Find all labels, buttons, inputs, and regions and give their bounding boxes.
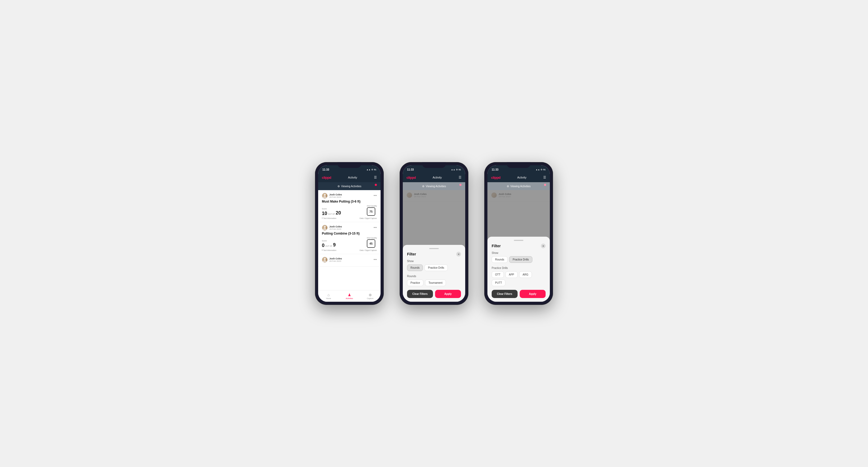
activity-title-1: Must Make Putting (3-6 ft) [322, 200, 377, 204]
avatar-img-3 [322, 257, 328, 262]
nav-title-3: Activity [517, 176, 527, 179]
battery-icon: 51 [374, 168, 376, 171]
status-time-1: 11:33 [322, 168, 329, 171]
score-block-1: Score 10 OUT OF 20 [322, 208, 364, 216]
putt-btn-3[interactable]: PUTT [492, 280, 505, 286]
red-dot-3 [544, 184, 546, 186]
modal-overlay-2: Filter ✕ Show Rounds Practice Drills Rou… [403, 190, 465, 302]
nav-header-2: clippd Activity ☰ [403, 173, 465, 182]
show-label-3: Show [492, 251, 546, 254]
svg-point-0 [324, 194, 326, 196]
home-label-1: Home [326, 298, 331, 299]
rounds-tab-2[interactable]: Rounds [407, 264, 423, 271]
show-buttons-3: Rounds Practice Drills [492, 256, 546, 263]
rounds-tab-3[interactable]: Rounds [492, 256, 507, 263]
stats-row-2: Score 0 OUT OF 9 Shot Quality 45 [322, 237, 377, 248]
viewing-label-1: Viewing Activities [341, 185, 362, 188]
battery-icon-2: 51 [459, 168, 461, 171]
data-info-2: ℹ Test Information Data: Clippd Capture [322, 249, 377, 251]
home-icon-1: ⌂ [328, 293, 330, 297]
user-info-3: Josh Coles 28 Feb 2023 [322, 257, 342, 262]
nav-header-3: clippd Activity ☰ [488, 173, 550, 182]
nav-home-1[interactable]: ⌂ Home [318, 290, 339, 302]
nav-title-1: Activity [348, 176, 357, 179]
shot-quality-label-2: Shot Quality [367, 237, 377, 239]
apply-btn-3[interactable]: Apply [520, 290, 546, 298]
data-source-1: Data: Clippd Capture [360, 217, 377, 219]
practice-btn-2[interactable]: Practice [407, 280, 424, 286]
user-text-2: Josh Coles 28 Feb 2023 [329, 225, 342, 230]
status-time-2: 11:33 [407, 168, 414, 171]
clear-filters-btn-3[interactable]: Clear Filters [492, 290, 518, 298]
notch-2 [422, 162, 446, 168]
status-icons-2: ▲▲ ⊙ 51 [451, 168, 461, 171]
menu-icon-2[interactable]: ☰ [459, 176, 462, 179]
user-text-3: Josh Coles 28 Feb 2023 [329, 257, 342, 262]
svg-point-3 [323, 228, 327, 230]
score-block-2: Score 0 OUT OF 9 [322, 240, 364, 248]
activity-item-1: Josh Coles 28 Feb 2023 ••• Must Make Put… [318, 190, 380, 222]
score-value-1: 10 [322, 211, 327, 216]
practice-drills-section-label-3: Practice Drills [492, 267, 546, 270]
practice-drills-tab-2[interactable]: Practice Drills [425, 264, 447, 271]
menu-icon-3[interactable]: ☰ [543, 176, 546, 179]
shot-quality-label-1: Shot Quality [367, 205, 377, 207]
show-buttons-2: Rounds Practice Drills [407, 264, 461, 271]
activity-list-3-bg: Josh Coles 28 Feb 2023 Filter ✕ Show [488, 190, 550, 302]
status-time-3: 11:33 [492, 168, 499, 171]
more-dots-1[interactable]: ••• [373, 194, 377, 197]
red-dot-2 [459, 184, 462, 186]
user-name-3: Josh Coles [329, 257, 342, 260]
user-name-1: Josh Coles [329, 193, 342, 196]
filter-modal-3: Filter ✕ Show Rounds Practice Drills Pra… [488, 237, 550, 302]
svg-point-5 [323, 260, 327, 262]
arg-btn-3[interactable]: ARG [519, 271, 532, 278]
modal-close-2[interactable]: ✕ [456, 252, 461, 256]
modal-handle-2 [429, 248, 439, 249]
apply-btn-2[interactable]: Apply [435, 290, 461, 298]
signal-icon-3: ▲▲ [535, 168, 540, 171]
user-date-2: 28 Feb 2023 [329, 228, 342, 230]
modal-handle-3 [514, 240, 523, 241]
shots-value-1: 20 [336, 210, 341, 216]
phone-2-screen: 11:33 ▲▲ ⊙ 51 clippd Activity ☰ ⚙ Viewin… [403, 165, 465, 302]
menu-icon-1[interactable]: ☰ [374, 176, 377, 179]
tournament-btn-2[interactable]: Tournament [425, 280, 446, 286]
stats-row-1: Score 10 OUT OF 20 Shot Quality 75 [322, 205, 377, 216]
score-label-1: Score [322, 208, 364, 210]
nav-activities-1[interactable]: ♟ Activities [339, 290, 360, 302]
practice-drills-tab-3[interactable]: Practice Drills [509, 256, 532, 263]
ott-btn-3[interactable]: OTT [492, 271, 504, 278]
show-label-2: Show [407, 260, 461, 262]
user-text-1: Josh Coles 28 Feb 2023 [329, 193, 342, 198]
activity-user-2: Josh Coles 28 Feb 2023 ••• [322, 225, 377, 230]
activities-icon-1: ♟ [348, 293, 351, 297]
svg-point-1 [323, 196, 327, 198]
more-dots-3[interactable]: ••• [373, 258, 377, 261]
capture-label-1: Capture [367, 298, 373, 299]
shot-quality-badge-1: 75 [367, 207, 375, 216]
phone-2: 11:33 ▲▲ ⊙ 51 clippd Activity ☰ ⚙ Viewin… [400, 162, 468, 305]
clear-filters-btn-2[interactable]: Clear Filters [407, 290, 433, 298]
user-date-1: 28 Feb 2023 [329, 196, 342, 198]
user-name-2: Josh Coles [329, 225, 342, 228]
viewing-bar-3: ⚙ Viewing Activities [488, 182, 550, 190]
user-date-3: 28 Feb 2023 [329, 260, 342, 262]
modal-close-3[interactable]: ✕ [541, 244, 546, 248]
more-dots-2[interactable]: ••• [373, 226, 377, 229]
avatar-2 [322, 225, 328, 230]
capture-icon-1: ⊕ [369, 293, 372, 297]
info-icon-1: ℹ [322, 217, 323, 219]
wifi-icon-3: ⊙ [540, 168, 542, 171]
modal-title-3: Filter [492, 244, 501, 248]
phone-1: 11:33 ▲▲ ⊙ 51 clippd Activity ☰ ⚙ Viewin… [315, 162, 384, 305]
app-btn-3[interactable]: APP [505, 271, 518, 278]
viewing-bar-1[interactable]: ⚙ Viewing Activities [318, 182, 380, 190]
phone-3-screen: 11:33 ▲▲ ⊙ 51 clippd Activity ☰ ⚙ Viewin… [488, 165, 550, 302]
activity-title-2: Putting Combine (3-15 ft) [322, 232, 377, 235]
svg-point-2 [324, 226, 326, 228]
nav-capture-1[interactable]: ⊕ Capture [360, 290, 380, 302]
info-icon-2: ℹ [322, 249, 323, 251]
drill-buttons-3: OTT APP ARG PUTT [492, 271, 546, 286]
logo-3: clippd [491, 176, 500, 180]
